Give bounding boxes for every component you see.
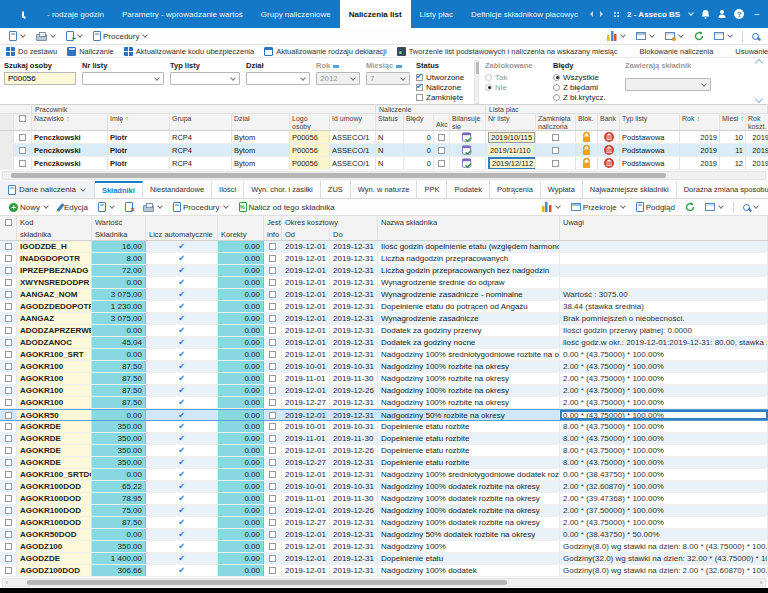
export-button[interactable] [63, 30, 86, 42]
component-row[interactable]: AGOKR100 87.50 ✔ 0.00 2019-11-01 2019-11… [0, 373, 768, 385]
new-button[interactable]: +Nowy [6, 202, 52, 213]
component-row[interactable]: AANGAZ_NOM 3 075.00 ✔ 0.00 2019-12-01 20… [0, 289, 768, 301]
row-checkbox[interactable] [19, 147, 26, 154]
row-checkbox[interactable] [5, 567, 12, 574]
col-umowa[interactable]: Id umowy [330, 114, 376, 130]
info-checkbox[interactable] [269, 375, 276, 382]
bell-icon[interactable] [701, 9, 710, 19]
info-checkbox[interactable] [269, 315, 276, 322]
col-grupa[interactable]: Grupa [170, 114, 232, 130]
radio-icon[interactable] [553, 84, 560, 91]
app-grid-icon[interactable] [613, 11, 620, 18]
row-checkbox[interactable] [5, 507, 12, 514]
row-checkbox[interactable] [5, 495, 12, 502]
scroll-left-icon[interactable]: ‹ [3, 579, 11, 586]
akc-checkbox[interactable] [438, 134, 445, 141]
action-bar-button[interactable]: Naliczanie [67, 47, 114, 56]
detail-tab[interactable]: ZUS [321, 181, 351, 198]
component-row[interactable]: AGODZDE 1 400.00 ✔ 0.00 2019-12-01 2019-… [0, 553, 768, 565]
zawieraja-combo[interactable] [625, 78, 711, 91]
col-wartosc-2[interactable]: Składnika [92, 228, 146, 240]
detail-tab[interactable]: Doraźna zmiana sposobu wypłaty [677, 181, 768, 198]
row-checkbox[interactable] [5, 351, 12, 358]
col-miesiac[interactable]: Miesi [720, 114, 746, 130]
col-kod[interactable]: Kod [17, 216, 92, 228]
edit-button[interactable]: Edycja [56, 202, 91, 213]
search-person-input[interactable] [4, 72, 76, 85]
row-checkbox[interactable] [5, 519, 12, 526]
col-licz-automatycznie[interactable]: Licz automatycznie [146, 228, 218, 240]
auto-check-icon[interactable]: ✔ [178, 422, 185, 431]
col-wartosc[interactable]: Wartość [92, 216, 146, 228]
cell-nr-listy[interactable]: 2019/12/112 [486, 157, 536, 169]
bledy-radio-row[interactable]: Z błędami [553, 82, 619, 92]
info-checkbox[interactable] [269, 303, 276, 310]
auto-check-icon[interactable]: ✔ [178, 530, 185, 539]
row-checkbox[interactable] [5, 291, 12, 298]
user-icon[interactable] [717, 9, 727, 19]
search-icon[interactable] [22, 11, 24, 18]
lower-horizontal-scrollbar[interactable]: ‹ › [2, 578, 766, 587]
auto-check-icon[interactable]: ✔ [178, 242, 185, 251]
info-checkbox[interactable] [269, 483, 276, 490]
info-checkbox[interactable] [269, 531, 276, 538]
top-tab[interactable]: Listy płac [411, 0, 462, 28]
bledy-radio-row[interactable]: Wszystkie [553, 72, 619, 82]
auto-check-icon[interactable]: ✔ [178, 278, 185, 287]
scroll-right-icon[interactable]: › [757, 579, 765, 586]
status-checkbox-row[interactable]: Zamknięte [416, 92, 472, 102]
component-row[interactable]: AGOKR50 0.00 ✔ 0.00 2019-12-01 2019-12-3… [0, 409, 768, 421]
col-typ-listy[interactable]: Typ listy [620, 114, 680, 130]
auto-check-icon[interactable]: ✔ [178, 542, 185, 551]
info-checkbox[interactable] [269, 243, 276, 250]
auto-check-icon[interactable]: ✔ [178, 411, 185, 420]
nr-listy-combo[interactable] [82, 72, 164, 85]
auto-check-icon[interactable]: ✔ [178, 446, 185, 455]
component-row[interactable]: AGOKR50DOD 0.00 ✔ 0.00 2019-12-01 2019-1… [0, 529, 768, 541]
info-checkbox[interactable] [269, 471, 276, 478]
status-scrollbar[interactable] [474, 60, 479, 104]
auto-check-icon[interactable]: ✔ [178, 254, 185, 263]
preview-button[interactable]: Podgląd [633, 201, 678, 213]
col-akc[interactable]: Akc [434, 114, 450, 130]
action-bar-button[interactable]: Aktualizowanie kodu ubezpieczenia [124, 47, 254, 56]
component-row[interactable]: AGOKR100DOD 75.00 ✔ 0.00 2019-12-01 2019… [0, 505, 768, 517]
component-row[interactable]: XWYNSREDODPR 0.00 ✔ 0.00 2019-12-01 2019… [0, 277, 768, 289]
detail-tab[interactable]: Wypłata [541, 181, 583, 198]
radio-icon[interactable] [485, 84, 492, 91]
select-all-checkbox[interactable] [19, 115, 26, 122]
col-rok-koszt[interactable]: Rok koszt. [746, 114, 768, 130]
checkbox-icon[interactable] [416, 74, 423, 81]
auto-check-icon[interactable]: ✔ [178, 362, 185, 371]
col-nazwisko[interactable]: Nazwisko [32, 114, 108, 130]
component-row[interactable]: AGOKR100 87.50 ✔ 0.00 2019-10-01 2019-10… [0, 361, 768, 373]
component-row[interactable]: ADODZANOC 45.04 ✔ 0.00 2019-12-01 2019-1… [0, 337, 768, 349]
checkbox-icon[interactable] [416, 84, 423, 91]
status-checkbox-row[interactable]: Utworzone [416, 72, 472, 82]
component-row[interactable]: AGOKR100 87.50 ✔ 0.00 2019-12-01 2019-12… [0, 385, 768, 397]
col-od[interactable]: Od [282, 228, 330, 240]
procedures-button[interactable]: Procedury [90, 30, 151, 42]
detail-tab[interactable]: Wyn. w naturze [351, 181, 418, 198]
info-checkbox[interactable] [269, 519, 276, 526]
row-checkbox[interactable] [5, 375, 12, 382]
info-checkbox[interactable] [269, 339, 276, 346]
top-tab[interactable]: Naliczenia list [340, 0, 411, 28]
component-row[interactable]: AGOKR100DOD 65.22 ✔ 0.00 2019-10-01 2019… [0, 481, 768, 493]
info-checkbox[interactable] [269, 255, 276, 262]
row-checkbox[interactable] [19, 160, 26, 167]
info-checkbox[interactable] [269, 459, 276, 466]
info-checkbox[interactable] [269, 291, 276, 298]
cell-nr-listy[interactable]: 2019/10/115 [486, 131, 536, 143]
table-row[interactable]: Penczkowski Piotr RCP4 Bytom P00056 ASSE… [0, 131, 768, 144]
checkbox-icon[interactable] [416, 94, 423, 101]
scrollbar-thumb[interactable] [11, 173, 666, 178]
auto-check-icon[interactable]: ✔ [178, 374, 185, 383]
detail-tab[interactable]: Najważniejsze składniki [583, 181, 677, 198]
print-button[interactable] [33, 30, 59, 42]
info-checkbox[interactable] [269, 351, 276, 358]
auto-check-icon[interactable]: ✔ [178, 518, 185, 527]
info-checkbox[interactable] [269, 327, 276, 334]
action-bar-button[interactable]: Aktualizowanie rodzaju deklaracji [264, 47, 386, 56]
layout-button[interactable] [633, 31, 658, 41]
